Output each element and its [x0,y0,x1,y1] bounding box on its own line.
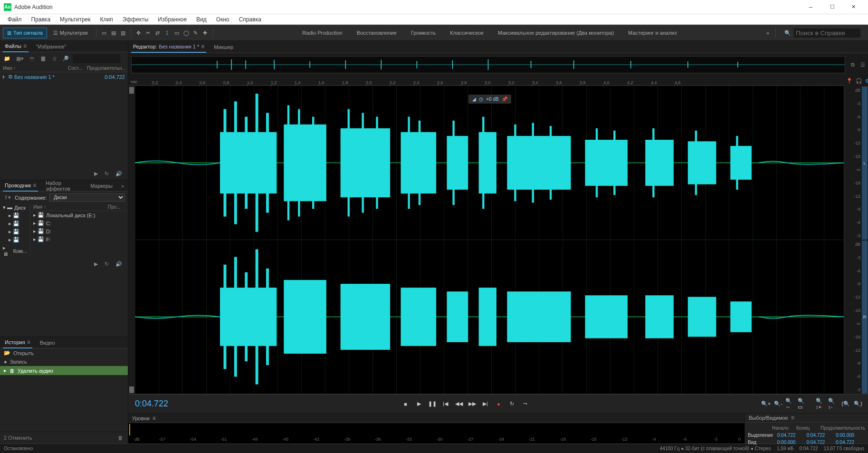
move-tool-icon[interactable]: ✥ [135,29,143,37]
pin-icon[interactable]: 📍 [845,77,854,85]
insert-icon[interactable]: 📋 [39,55,48,63]
overflow-icon[interactable]: » [120,182,125,190]
tab-effects-rack[interactable]: Набор эффектов [44,180,83,193]
tree-disk-f[interactable]: ▸ 💾 [0,236,30,244]
tree-disk-d[interactable]: ▸ 💾 [0,228,30,236]
rewind-button[interactable]: ◀◀ [454,399,464,409]
overview-settings-icon[interactable]: ☰ [858,62,868,68]
sel-dur[interactable]: 0:00.000 [836,433,865,438]
channel-left[interactable] [135,86,844,240]
maximize-button[interactable]: ☐ [821,0,843,14]
list-item[interactable]: ▸ 💾 F: [30,235,128,243]
view-end[interactable]: 0:04.722 [807,440,836,445]
hud-vol-icon[interactable]: ◢ [472,96,476,102]
file-row[interactable]: ⧉ Без названия 1 * 0:04.722 [0,72,128,81]
sel-end[interactable]: 0:04.722 [807,433,836,438]
list-item[interactable]: ▸ 💾 C: [30,219,128,227]
workspace-classic[interactable]: Классическое [443,28,490,38]
levels-meter[interactable]: dB -57-54 -51-48 -45-42 -39-36 -33-30 -2… [128,423,744,443]
files-col-name[interactable]: Имя ↑ [3,66,68,71]
import-icon[interactable]: ⬒ [29,55,35,63]
zoom-out-icon[interactable]: 🔍- [773,399,783,409]
workspace-restore[interactable]: Восстановление [350,28,403,38]
menu-file[interactable]: Файл [4,15,26,24]
tree-disks[interactable]: ▾ ▬ Диск [0,203,30,212]
stop-button[interactable]: ■ [401,399,411,409]
trash-all-icon[interactable]: 🗑 [117,434,124,442]
tab-history[interactable]: История [3,337,32,348]
lasso-tool-icon[interactable]: ◯ [182,29,190,37]
hud-overlay[interactable]: ◢ ◷ +0 dB 📌 [468,95,511,104]
tab-explorer[interactable]: Проводник [3,180,38,192]
expand-icon[interactable] [3,75,7,79]
tab-favorites[interactable]: "Избранное" [34,42,68,51]
overview-waveform[interactable] [131,56,845,73]
tab-markers[interactable]: Маркеры [88,181,114,191]
up-folder-icon[interactable]: ⇧▾ [3,193,12,202]
more-workspaces-icon[interactable]: » [764,29,772,37]
overview-tool-icon[interactable]: ⧉ [848,62,858,68]
menu-edit[interactable]: Правка [28,15,55,24]
time-ruler[interactable]: чмс 0,2 0,4 0,6 0,8 1,0 1,2 1,4 1,6 1,8 … [128,76,844,86]
menu-view[interactable]: Вид [192,15,210,24]
razor-tool-icon[interactable]: ✂ [144,29,152,37]
menu-window[interactable]: Окно [212,15,233,24]
slip-tool-icon[interactable]: ⇄ [154,29,162,37]
menu-effects[interactable]: Эффекты [119,15,153,24]
close-button[interactable]: ✕ [843,0,864,14]
tree-disk-c[interactable]: ▸ 💾 [0,220,30,228]
record-button[interactable]: ● [494,399,504,409]
timecode-display[interactable]: 0:04.722 [133,399,170,409]
tab-mixer[interactable]: Микшер [212,42,235,52]
files-col-duration[interactable]: Продолжительн... [87,66,125,71]
tree-computer[interactable]: ▸ 🖥 Ком... [0,244,30,258]
files-col-status[interactable]: Сост... [68,66,87,71]
history-record[interactable]: ●Запись [0,357,128,366]
zoom-in-icon[interactable]: 🔍+ [761,399,771,409]
zoom-full-icon[interactable]: 🔍↔ [785,399,796,409]
help-search-input[interactable] [794,29,860,38]
menu-favorites[interactable]: Избранное [154,15,191,24]
go-start-button[interactable]: |◀ [440,399,451,409]
loop-button[interactable]: ↻ [507,399,517,409]
hud-pin-icon[interactable]: 📌 [502,96,507,102]
tab-editor[interactable]: Редактор: Без названия 1 * [131,41,206,53]
skip-selection-button[interactable]: ⤳ [520,399,531,409]
channel-indicator-right[interactable]: R [862,241,868,394]
play-preview-icon[interactable]: ▶ [93,260,99,268]
history-open[interactable]: 📂Открыть [0,348,128,357]
multitrack-view-button[interactable]: ☰ Мультитрек [49,28,92,39]
pause-button[interactable]: ❚❚ [427,399,438,409]
zoom-out-point-icon[interactable]: 🔍} [853,399,863,409]
zoom-sel-icon[interactable]: 🔍▭ [798,399,808,409]
files-search-input[interactable] [73,54,120,63]
menu-clip[interactable]: Клип [96,15,117,24]
headphone-icon[interactable]: 🎧 [855,77,863,85]
new-file-icon[interactable]: ▦▾ [15,55,25,63]
open-file-icon[interactable]: 📁 [3,55,11,63]
workspace-radio[interactable]: Radio Production [296,28,349,38]
delete-icon[interactable]: 🗑 [51,55,58,62]
settings-icon[interactable]: ⚙ [864,77,868,85]
list-item[interactable]: ▸ 💾 Локальный диск (E:) [30,211,128,219]
workspace-dualmon[interactable]: Максимальное редактирование (Два монитор… [491,28,620,38]
hud-clock-icon[interactable]: ◷ [479,96,483,102]
hud-toggle-icon[interactable]: ▭ [100,29,108,37]
tab-files[interactable]: Файлы [3,41,29,52]
loop-icon[interactable]: ↻ [104,170,110,178]
exp-col-dur[interactable]: Про... [108,204,125,210]
forward-button[interactable]: ▶▶ [467,399,477,409]
channel-handle-top[interactable] [129,87,134,94]
minimize-button[interactable]: ─ [800,0,821,14]
workspace-loudness[interactable]: Громкость [404,28,442,38]
sel-start[interactable]: 0:04.722 [777,433,807,438]
play-preview-icon[interactable]: ▶ [93,170,99,178]
spectral-toggle-icon[interactable]: ▤ [110,29,117,37]
view-start[interactable]: 0:00.000 [777,440,807,445]
exp-col-name[interactable]: Имя ↑ [33,204,108,210]
tab-video[interactable]: Видео [38,338,57,347]
waveform-display[interactable]: dB -3 -6 -9 -12 -18 -∞ -18 -12 -9 -6 -3 … [128,86,868,394]
menu-multitrack[interactable]: Мультитрек [56,15,94,24]
waveform-view-button[interactable]: ⊞ Тип сигнала [3,28,47,39]
menu-help[interactable]: Справка [235,15,265,24]
